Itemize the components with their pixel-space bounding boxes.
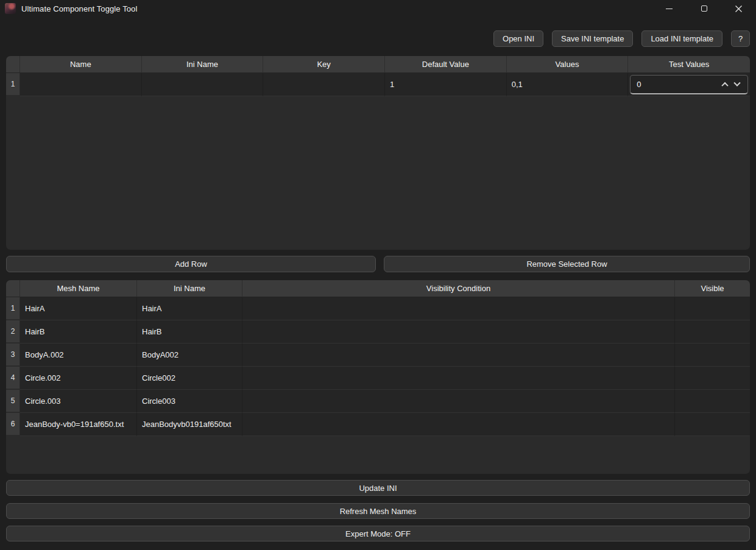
cell-visibility-condition[interactable] bbox=[242, 320, 675, 344]
column-header-key[interactable]: Key bbox=[263, 56, 385, 73]
ini-toolbar: Open INI Save INI template Load INI temp… bbox=[493, 30, 750, 47]
save-ini-template-button[interactable]: Save INI template bbox=[552, 30, 633, 47]
cell-test-values: 0 bbox=[628, 73, 750, 96]
cell-mesh-name[interactable]: BodyA.002 bbox=[20, 344, 137, 367]
spin-up-button[interactable] bbox=[722, 80, 727, 89]
toggle-table: Name Ini Name Key Default Value Values T… bbox=[6, 56, 750, 250]
refresh-mesh-names-button[interactable]: Refresh Mesh Names bbox=[6, 503, 750, 519]
column-header-ini-name[interactable]: Ini Name bbox=[142, 56, 264, 73]
update-ini-button[interactable]: Update INI bbox=[6, 480, 750, 496]
row-number[interactable]: 3 bbox=[6, 344, 20, 367]
close-button[interactable] bbox=[721, 0, 756, 17]
row-number[interactable]: 2 bbox=[6, 320, 20, 344]
row-number[interactable]: 5 bbox=[6, 390, 20, 413]
minimize-button[interactable] bbox=[652, 0, 687, 17]
cell-mesh-name[interactable]: HairB bbox=[20, 320, 137, 344]
test-values-spinbox[interactable]: 0 bbox=[630, 75, 748, 94]
column-header-ini-name[interactable]: Ini Name bbox=[137, 280, 242, 297]
cell-mesh-name[interactable]: Circle.003 bbox=[20, 390, 137, 413]
cell-ini-name[interactable]: Circle002 bbox=[137, 367, 242, 390]
cell-visible[interactable] bbox=[675, 367, 750, 390]
corner-header-cell[interactable] bbox=[6, 56, 20, 73]
cell-visibility-condition[interactable] bbox=[242, 344, 675, 367]
column-header-values[interactable]: Values bbox=[507, 56, 629, 73]
chevron-down-icon bbox=[733, 79, 740, 86]
toggle-table-header: Name Ini Name Key Default Value Values T… bbox=[6, 56, 750, 73]
titlebar: Ultimate Component Toggle Tool bbox=[0, 0, 756, 17]
cell-visible[interactable] bbox=[675, 413, 750, 436]
cell-ini-name[interactable]: JeanBodyvb0191af650txt bbox=[137, 413, 242, 436]
column-header-visibility-condition[interactable]: Visibility Condition bbox=[242, 280, 675, 297]
spinbox-buttons bbox=[722, 80, 740, 89]
cell-ini-name[interactable]: Circle003 bbox=[137, 390, 242, 413]
open-ini-button[interactable]: Open INI bbox=[493, 30, 543, 47]
corner-header-cell[interactable] bbox=[6, 280, 20, 297]
minimize-icon bbox=[666, 9, 673, 9]
close-icon bbox=[735, 5, 743, 13]
cell-visible[interactable] bbox=[675, 320, 750, 344]
mesh-row: 3 BodyA.002 BodyA002 bbox=[6, 344, 750, 367]
cell-key[interactable] bbox=[263, 73, 385, 96]
help-button[interactable]: ? bbox=[731, 30, 750, 47]
mesh-row: 5 Circle.003 Circle003 bbox=[6, 390, 750, 413]
window-title: Ultimate Component Toggle Tool bbox=[21, 4, 137, 13]
cell-ini-name[interactable]: HairA bbox=[137, 297, 242, 320]
cell-mesh-name[interactable]: HairA bbox=[20, 297, 137, 320]
cell-default-value[interactable]: 1 bbox=[385, 73, 507, 96]
spinbox-value: 0 bbox=[637, 80, 722, 89]
column-header-mesh-name[interactable]: Mesh Name bbox=[20, 280, 137, 297]
cell-visible[interactable] bbox=[675, 297, 750, 320]
cell-visibility-condition[interactable] bbox=[242, 390, 675, 413]
mesh-row: 6 JeanBody-vb0=191af650.txt JeanBodyvb01… bbox=[6, 413, 750, 436]
cell-visible[interactable] bbox=[675, 390, 750, 413]
spin-down-button[interactable] bbox=[735, 80, 740, 89]
row-number[interactable]: 6 bbox=[6, 413, 20, 436]
cell-mesh-name[interactable]: JeanBody-vb0=191af650.txt bbox=[20, 413, 137, 436]
expert-mode-toggle-button[interactable]: Expert Mode: OFF bbox=[6, 526, 750, 541]
window-controls bbox=[652, 0, 756, 17]
mesh-row: 2 HairB HairB bbox=[6, 320, 750, 344]
mesh-row: 1 HairA HairA bbox=[6, 297, 750, 320]
maximize-button[interactable] bbox=[687, 0, 721, 17]
mesh-row: 4 Circle.002 Circle002 bbox=[6, 367, 750, 390]
cell-ini-name[interactable] bbox=[142, 73, 264, 96]
row-number[interactable]: 4 bbox=[6, 367, 20, 390]
load-ini-template-button[interactable]: Load INI template bbox=[641, 30, 722, 47]
cell-visibility-condition[interactable] bbox=[242, 297, 675, 320]
cell-visibility-condition[interactable] bbox=[242, 413, 675, 436]
column-header-visible[interactable]: Visible bbox=[675, 280, 750, 297]
cell-visible[interactable] bbox=[675, 344, 750, 367]
cell-ini-name[interactable]: BodyA002 bbox=[137, 344, 242, 367]
row-number[interactable]: 1 bbox=[6, 73, 20, 96]
column-header-default-value[interactable]: Default Value bbox=[385, 56, 507, 73]
mesh-table: Mesh Name Ini Name Visibility Condition … bbox=[6, 280, 750, 474]
cell-visibility-condition[interactable] bbox=[242, 367, 675, 390]
cell-ini-name[interactable]: HairB bbox=[137, 320, 242, 344]
app-avatar-icon bbox=[5, 3, 16, 14]
maximize-icon bbox=[701, 5, 707, 12]
add-row-button[interactable]: Add Row bbox=[6, 256, 376, 272]
chevron-up-icon bbox=[721, 82, 728, 88]
cell-mesh-name[interactable]: Circle.002 bbox=[20, 367, 137, 390]
mesh-table-header: Mesh Name Ini Name Visibility Condition … bbox=[6, 280, 750, 297]
column-header-test-values[interactable]: Test Values bbox=[628, 56, 750, 73]
row-number[interactable]: 1 bbox=[6, 297, 20, 320]
toggle-table-row: 1 1 0,1 0 bbox=[6, 73, 750, 96]
cell-values[interactable]: 0,1 bbox=[507, 73, 629, 96]
remove-selected-row-button[interactable]: Remove Selected Row bbox=[384, 256, 750, 272]
cell-name[interactable] bbox=[20, 73, 142, 96]
column-header-name[interactable]: Name bbox=[20, 56, 142, 73]
